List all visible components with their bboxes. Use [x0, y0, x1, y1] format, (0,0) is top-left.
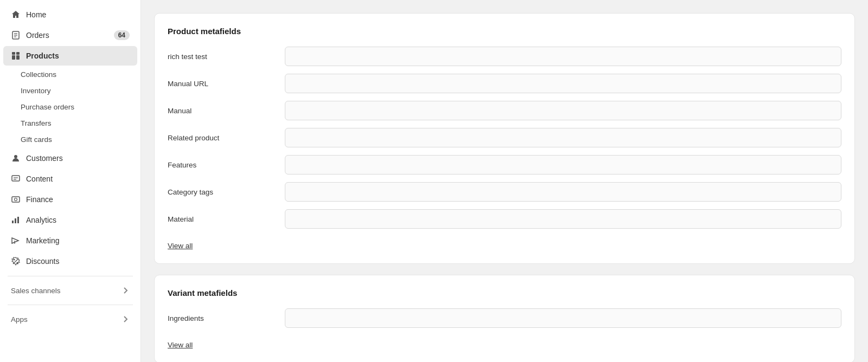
sidebar-item-marketing[interactable]: Marketing — [3, 231, 137, 250]
orders-icon — [11, 30, 21, 40]
variant-view-all-link[interactable]: View all — [168, 341, 193, 349]
svg-point-13 — [15, 198, 17, 201]
metafield-row: Material — [168, 209, 841, 229]
sidebar-label-analytics: Analytics — [26, 216, 56, 224]
products-icon — [11, 51, 21, 61]
metafield-input-material[interactable] — [285, 209, 841, 229]
variant-metafields-title: Variant metafields — [168, 288, 841, 298]
content-icon — [11, 174, 21, 184]
analytics-icon — [11, 215, 21, 225]
orders-badge: 64 — [114, 30, 130, 40]
svg-rect-4 — [12, 55, 15, 60]
sidebar-label-content: Content — [26, 174, 53, 183]
sidebar-label-marketing: Marketing — [26, 236, 59, 245]
svg-rect-15 — [15, 218, 16, 223]
sidebar-apps[interactable]: Apps — [3, 310, 137, 328]
metafield-label-manual_url: Manual URL — [168, 80, 276, 88]
metafield-row: Manual URL — [168, 74, 841, 93]
metafield-row: Category tags — [168, 182, 841, 202]
chevron-right-icon — [121, 286, 130, 295]
metafield-input-features[interactable] — [285, 155, 841, 174]
sidebar-label-home: Home — [26, 10, 46, 19]
product-metafields-title: Product metafields — [168, 27, 841, 36]
sales-channels-label: Sales channels — [11, 287, 61, 295]
chevron-right-icon-apps — [121, 315, 130, 324]
sidebar-item-inventory[interactable]: Inventory — [21, 83, 137, 99]
metafield-input-related_product[interactable] — [285, 128, 841, 147]
metafield-input-ingredients[interactable] — [285, 308, 841, 328]
sidebar-label-finance: Finance — [26, 195, 53, 204]
sidebar-label-orders: Orders — [26, 31, 49, 40]
metafield-row: Features — [168, 155, 841, 174]
product-metafields-card: Product metafields rich test testManual … — [154, 13, 855, 264]
metafield-label-material: Material — [168, 215, 276, 223]
svg-rect-9 — [12, 176, 20, 181]
finance-icon — [11, 195, 21, 204]
metafield-input-manual_url[interactable] — [285, 74, 841, 93]
sidebar-item-finance[interactable]: Finance — [3, 190, 137, 209]
metafield-label-related_product: Related product — [168, 134, 276, 142]
sidebar-label-customers: Customers — [26, 154, 63, 163]
svg-rect-6 — [12, 52, 15, 55]
sidebar-item-collections[interactable]: Collections — [21, 67, 137, 82]
metafield-input-manual[interactable] — [285, 101, 841, 120]
apps-label: Apps — [11, 315, 28, 324]
home-icon — [11, 10, 21, 20]
sidebar: Home Orders 64 Products Col — [0, 0, 141, 362]
metafield-label-ingredients: Ingredients — [168, 314, 276, 322]
marketing-icon — [11, 236, 21, 245]
metafield-row: Related product — [168, 128, 841, 147]
metafield-label-manual: Manual — [168, 107, 276, 115]
svg-marker-17 — [12, 238, 18, 243]
discounts-icon — [11, 256, 21, 266]
customers-icon — [11, 153, 21, 163]
metafield-label-rich_test_test: rich test test — [168, 53, 276, 61]
metafield-row: Manual — [168, 101, 841, 120]
sidebar-divider-2 — [8, 305, 133, 305]
product-fields-container: rich test testManual URLManualRelated pr… — [168, 47, 841, 229]
sidebar-item-orders[interactable]: Orders 64 — [3, 25, 137, 45]
sidebar-item-transfers[interactable]: Transfers — [21, 115, 137, 131]
sidebar-label-products: Products — [26, 51, 59, 60]
main-content: Product metafields rich test testManual … — [141, 0, 868, 362]
sidebar-item-content[interactable]: Content — [3, 169, 137, 189]
sidebar-item-discounts[interactable]: Discounts — [3, 251, 137, 271]
variant-fields-container: Ingredients — [168, 308, 841, 328]
svg-rect-5 — [16, 55, 20, 60]
sidebar-divider-1 — [8, 276, 133, 276]
svg-rect-7 — [16, 52, 20, 55]
sidebar-item-purchase-orders[interactable]: Purchase orders — [21, 99, 137, 115]
svg-rect-16 — [17, 217, 19, 223]
metafield-label-category_tags: Category tags — [168, 188, 276, 196]
metafield-input-rich_test_test[interactable] — [285, 47, 841, 66]
metafield-input-category_tags[interactable] — [285, 182, 841, 202]
metafield-row: rich test test — [168, 47, 841, 66]
sidebar-sales-channels[interactable]: Sales channels — [3, 281, 137, 300]
sidebar-label-discounts: Discounts — [26, 257, 59, 266]
product-view-all-link[interactable]: View all — [168, 242, 193, 250]
products-sub-menu: Collections Inventory Purchase orders Tr… — [0, 66, 141, 148]
sidebar-item-products[interactable]: Products — [3, 46, 137, 66]
metafield-row: Ingredients — [168, 308, 841, 328]
variant-metafields-card: Variant metafields Ingredients View all — [154, 275, 855, 362]
svg-rect-12 — [12, 197, 20, 202]
svg-rect-14 — [12, 221, 14, 223]
metafield-label-features: Features — [168, 161, 276, 169]
sidebar-item-home[interactable]: Home — [3, 5, 137, 24]
sidebar-item-customers[interactable]: Customers — [3, 148, 137, 168]
sidebar-item-gift-cards[interactable]: Gift cards — [21, 132, 137, 147]
sidebar-item-analytics[interactable]: Analytics — [3, 210, 137, 230]
svg-point-8 — [14, 155, 17, 158]
